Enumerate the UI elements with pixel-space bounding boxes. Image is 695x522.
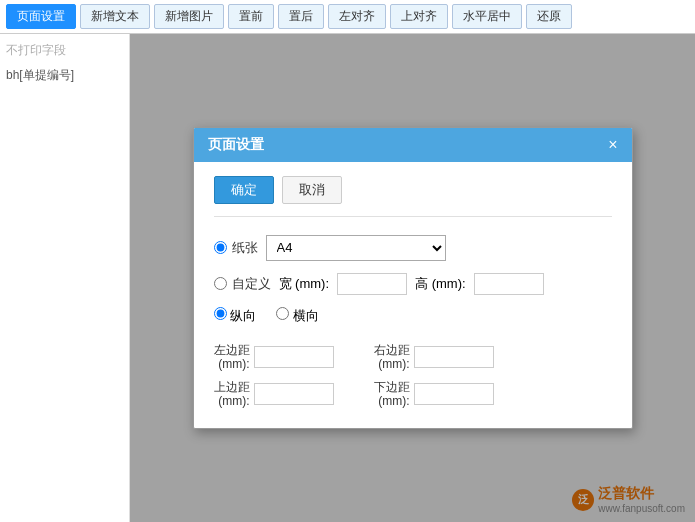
paper-label: 纸张 [232,239,258,257]
landscape-label[interactable]: 横向 [276,307,319,325]
top-margin-input[interactable] [254,383,334,405]
toolbar-btn-page-setup[interactable]: 页面设置 [6,4,76,29]
top-margin-label: 上边距(mm): [214,380,250,409]
margin-col-left: 左边距(mm): 上边距(mm): [214,343,334,409]
paper-radio-label[interactable]: 纸张 [214,239,258,257]
modal-overlay: 页面设置 × 确定 取消 纸张 [130,34,695,522]
width-input[interactable] [337,273,407,295]
no-print-label: 不打印字段 [6,42,123,59]
toolbar-btn-bring-front[interactable]: 置前 [228,4,274,29]
custom-radio[interactable] [214,277,227,290]
right-margin-row: 右边距(mm): [374,343,494,372]
left-panel: 不打印字段 bh[单提编号] [0,34,130,522]
right-margin-input[interactable] [414,346,494,368]
page-setup-dialog: 页面设置 × 确定 取消 纸张 [193,127,633,430]
margins-section: 左边距(mm): 上边距(mm): 右边距(mm): [214,343,612,409]
dialog-close-button[interactable]: × [608,137,617,153]
dialog-header: 页面设置 × [194,128,632,162]
orientation-row: 纵向 横向 [214,307,612,325]
toolbar-btn-send-back[interactable]: 置后 [278,4,324,29]
width-label: 宽 (mm): [279,275,330,293]
paper-radio[interactable] [214,241,227,254]
left-margin-input[interactable] [254,346,334,368]
landscape-text: 横向 [293,308,319,323]
field-item: bh[单提编号] [6,65,123,86]
dialog-title: 页面设置 [208,136,264,154]
dialog-body: 确定 取消 纸张 A4 A3 B5 Letter [194,162,632,429]
height-input[interactable] [474,273,544,295]
toolbar-btn-add-text[interactable]: 新增文本 [80,4,150,29]
cancel-button[interactable]: 取消 [282,176,342,204]
toolbar-btn-align-top[interactable]: 上对齐 [390,4,448,29]
landscape-radio[interactable] [276,307,289,320]
bottom-margin-row: 下边距(mm): [374,380,494,409]
toolbar-btn-restore[interactable]: 还原 [526,4,572,29]
main-area: 不打印字段 bh[单提编号] 页面设置 × 确定 取消 [0,34,695,522]
left-margin-row: 左边距(mm): [214,343,334,372]
toolbar-btn-align-left[interactable]: 左对齐 [328,4,386,29]
toolbar-btn-center-h[interactable]: 水平居中 [452,4,522,29]
paper-select[interactable]: A4 A3 B5 Letter [266,235,446,261]
paper-row: 纸张 A4 A3 B5 Letter [214,235,612,261]
height-label: 高 (mm): [415,275,466,293]
portrait-radio[interactable] [214,307,227,320]
confirm-button[interactable]: 确定 [214,176,274,204]
content-area: 页面设置 × 确定 取消 纸张 [130,34,695,522]
toolbar-btn-add-image[interactable]: 新增图片 [154,4,224,29]
bottom-margin-input[interactable] [414,383,494,405]
custom-row: 自定义 宽 (mm): 高 (mm): [214,273,612,295]
portrait-label[interactable]: 纵向 [214,307,257,325]
custom-label: 自定义 [232,275,271,293]
custom-radio-label[interactable]: 自定义 [214,275,271,293]
portrait-text: 纵向 [230,308,256,323]
right-margin-label: 右边距(mm): [374,343,410,372]
top-margin-row: 上边距(mm): [214,380,334,409]
toolbar: 页面设置新增文本新增图片置前置后左对齐上对齐水平居中还原 [0,0,695,34]
dialog-btn-row: 确定 取消 [214,176,612,217]
margin-col-right: 右边距(mm): 下边距(mm): [374,343,494,409]
bottom-margin-label: 下边距(mm): [374,380,410,409]
left-margin-label: 左边距(mm): [214,343,250,372]
